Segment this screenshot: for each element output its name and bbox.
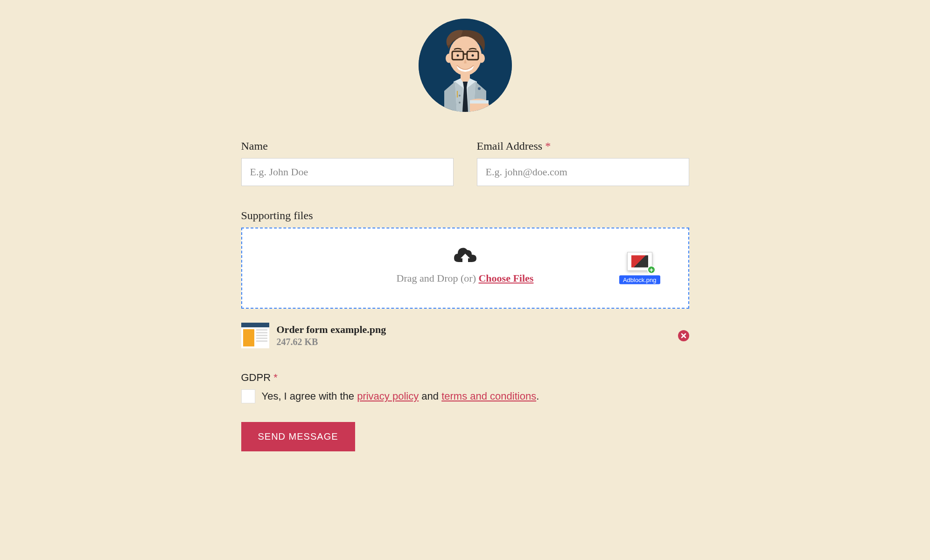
svg-point-10 [459,95,461,97]
cloud-upload-icon [252,247,679,267]
file-name: Order form example.png [277,324,671,336]
file-dropzone[interactable]: Drag and Drop (or) Choose Files + Adbloc… [241,228,689,309]
supporting-files-label: Supporting files [241,209,689,222]
svg-point-7 [456,55,459,57]
uploaded-file-row: Order form example.png 247.62 KB [241,323,689,348]
file-size: 247.62 KB [277,337,671,347]
gdpr-section: GDPR * Yes, I agree with the privacy pol… [241,372,689,403]
file-info: Order form example.png 247.62 KB [277,324,671,347]
add-plus-icon: + [647,266,656,274]
gdpr-text-suffix: . [536,390,539,402]
file-thumbnail [241,323,269,348]
choose-files-link[interactable]: Choose Files [478,272,533,284]
svg-point-11 [459,102,461,104]
terms-conditions-link[interactable]: terms and conditions [441,390,536,402]
gdpr-consent-text: Yes, I agree with the privacy policy and… [262,390,539,402]
dragging-file-preview: + Adblock.png [619,252,660,284]
dragging-file-thumb: + [627,252,652,271]
email-input[interactable] [477,158,689,186]
name-field-group: Name [241,140,454,186]
required-mark: * [273,372,278,383]
gdpr-text-mid: and [419,390,441,402]
name-label: Name [241,140,454,152]
drag-drop-text: Drag and Drop (or) [397,272,479,284]
svg-point-2 [446,54,452,63]
email-label: Email Address * [477,140,689,152]
required-mark: * [545,140,551,152]
gdpr-label: GDPR * [241,372,689,384]
send-message-button[interactable]: SEND MESSAGE [241,422,355,451]
svg-rect-13 [457,91,458,97]
gdpr-checkbox[interactable] [241,389,255,403]
svg-point-3 [478,54,485,63]
remove-file-button[interactable] [678,330,689,341]
dropzone-text: Drag and Drop (or) Choose Files [252,272,679,284]
name-input[interactable] [241,158,454,186]
svg-point-8 [471,55,474,57]
dragging-file-label: Adblock.png [619,276,660,284]
gdpr-text-prefix: Yes, I agree with the [262,390,357,402]
email-field-group: Email Address * [477,140,689,186]
svg-point-12 [478,87,481,90]
email-label-text: Email Address [477,140,543,152]
avatar-wrapper [241,19,689,112]
close-icon [681,333,686,339]
avatar-illustration [419,19,512,112]
privacy-policy-link[interactable]: privacy policy [357,390,419,402]
gdpr-label-text: GDPR [241,372,271,383]
avatar [419,19,512,112]
